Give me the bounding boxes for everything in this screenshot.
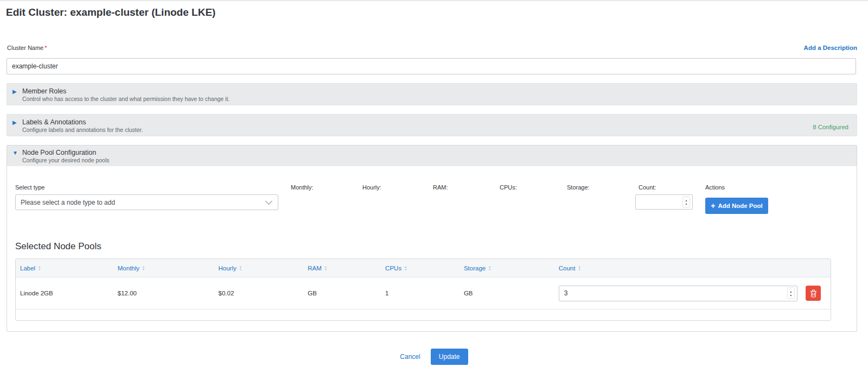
selected-node-pools-heading: Selected Node Pools — [15, 241, 857, 252]
stepper-up-icon[interactable]: ▴ — [790, 289, 792, 293]
column-header-text: Storage — [464, 265, 486, 271]
required-asterisk: * — [44, 45, 47, 51]
stepper-up-icon[interactable]: ▴ — [685, 198, 687, 202]
plus-icon: + — [711, 202, 715, 210]
cell-hourly: $0.02 — [219, 290, 308, 296]
stepper-down-icon[interactable]: ▾ — [790, 293, 792, 297]
cell-monthly: $12.00 — [118, 290, 219, 296]
hourly-label: Hourly: — [362, 184, 381, 191]
labels-annotations-subtitle: Configure labels and annotations for the… — [22, 127, 143, 134]
column-header-cpus[interactable]: CPUs ▲▼ — [385, 265, 464, 271]
node-type-select-value: Please select a node type to add — [21, 199, 115, 206]
add-node-pool-button-label: Add Node Pool — [718, 203, 762, 209]
cell-label: Linode 2GB — [16, 290, 118, 296]
cluster-name-field-header: Cluster Name* Add a Description — [7, 42, 857, 51]
column-header-hourly[interactable]: Hourly ▲▼ — [219, 265, 308, 271]
ram-stat: RAM: — [433, 184, 448, 191]
expand-triangle-right-icon: ▶ — [12, 87, 22, 96]
ram-label: RAM: — [433, 184, 448, 191]
count-input-wrapper: ▴ ▾ — [635, 194, 693, 210]
actions-group: Actions + Add Node Pool — [705, 184, 768, 214]
column-header-text: Label — [20, 265, 35, 271]
table-row: Linode 2GB $12.00 $0.02 GB 1 GB ▴ ▾ — [16, 277, 831, 309]
monthly-stat: Monthly: — [291, 184, 314, 191]
cell-storage: GB — [464, 290, 559, 296]
cell-ram: GB — [308, 290, 385, 296]
chevron-down-icon — [265, 198, 272, 205]
labels-annotations-section-header[interactable]: ▶ Labels & Annotations Configure labels … — [7, 114, 857, 136]
row-count-input-wrapper: ▴ ▾ — [559, 286, 797, 301]
member-roles-text: Member Roles Control who has access to t… — [22, 87, 229, 103]
select-type-label: Select type — [15, 184, 278, 191]
cancel-button[interactable]: Cancel — [400, 353, 420, 361]
count-stepper[interactable]: ▴ ▾ — [682, 197, 690, 208]
expand-triangle-right-icon: ▶ — [12, 118, 22, 127]
sort-icon: ▲▼ — [38, 266, 41, 270]
node-type-select[interactable]: Please select a node type to add — [15, 194, 278, 210]
add-node-pool-button[interactable]: + Add Node Pool — [705, 198, 768, 214]
column-header-text: Monthly — [118, 265, 139, 271]
column-header-text: Hourly — [219, 265, 237, 271]
row-count-input[interactable] — [559, 289, 797, 297]
labels-annotations-title: Labels & Annotations — [22, 118, 143, 127]
sort-icon: ▲▼ — [142, 266, 145, 270]
table-footer-spacer — [16, 309, 831, 320]
cpus-stat: CPUs: — [500, 184, 517, 191]
column-header-text: CPUs — [385, 265, 401, 271]
cpus-label: CPUs: — [500, 184, 517, 191]
node-pool-configuration-section: ▼ Node Pool Configuration Configure your… — [7, 145, 857, 332]
configured-count-badge: 8 Configured — [813, 124, 848, 130]
node-pool-configuration-content: Select type Please select a node type to… — [7, 184, 857, 321]
node-pool-configuration-title: Node Pool Configuration — [22, 148, 110, 157]
column-header-text: Count — [559, 265, 576, 271]
column-header-monthly[interactable]: Monthly ▲▼ — [118, 265, 219, 271]
cluster-name-label-text: Cluster Name — [7, 45, 43, 51]
page-title: Edit Cluster: example-cluster (Linode LK… — [0, 1, 868, 18]
node-pool-configuration-header[interactable]: ▼ Node Pool Configuration Configure your… — [7, 146, 857, 166]
column-header-text: RAM — [308, 265, 322, 271]
form-footer: Cancel Update — [0, 349, 868, 365]
delete-node-pool-button[interactable] — [806, 286, 821, 301]
column-header-storage[interactable]: Storage ▲▼ — [464, 265, 559, 271]
column-header-count[interactable]: Count ▲▼ — [559, 265, 801, 271]
sort-icon: ▲▼ — [404, 266, 407, 270]
cell-cpus: 1 — [385, 290, 464, 296]
count-label: Count: — [639, 184, 700, 191]
count-group: Count: ▴ ▾ — [635, 184, 700, 210]
trash-icon — [810, 289, 817, 298]
stepper-down-icon[interactable]: ▾ — [685, 202, 687, 206]
cluster-name-input[interactable] — [7, 58, 856, 74]
selected-node-pools-table: Label ▲▼ Monthly ▲▼ Hourly ▲▼ RAM ▲▼ CPU… — [15, 258, 831, 321]
member-roles-section-header[interactable]: ▶ Member Roles Control who has access to… — [7, 83, 857, 105]
table-header-row: Label ▲▼ Monthly ▲▼ Hourly ▲▼ RAM ▲▼ CPU… — [16, 259, 831, 277]
hourly-stat: Hourly: — [362, 184, 381, 191]
labels-annotations-text: Labels & Annotations Configure labels an… — [22, 118, 143, 134]
cluster-name-label: Cluster Name* — [7, 45, 47, 51]
cell-actions — [801, 286, 831, 301]
column-header-ram[interactable]: RAM ▲▼ — [308, 265, 385, 271]
sort-icon: ▲▼ — [239, 266, 242, 270]
storage-stat: Storage: — [567, 184, 590, 191]
update-button[interactable]: Update — [431, 349, 468, 365]
column-header-label[interactable]: Label ▲▼ — [16, 265, 118, 271]
row-count-stepper[interactable]: ▴ ▾ — [787, 288, 795, 299]
storage-label: Storage: — [567, 184, 590, 191]
cell-count: ▴ ▾ — [559, 286, 801, 301]
member-roles-subtitle: Control who has access to the cluster an… — [22, 96, 229, 103]
node-pool-configuration-text: Node Pool Configuration Configure your d… — [22, 148, 110, 164]
member-roles-title: Member Roles — [22, 87, 229, 96]
add-node-pool-form: Select type Please select a node type to… — [7, 184, 857, 238]
sort-icon: ▲▼ — [578, 266, 580, 270]
collapse-triangle-down-icon: ▼ — [12, 149, 22, 157]
node-type-group: Select type Please select a node type to… — [15, 184, 278, 210]
add-description-link[interactable]: Add a Description — [804, 45, 857, 51]
sort-icon: ▲▼ — [324, 266, 327, 270]
monthly-label: Monthly: — [291, 184, 314, 191]
sort-icon: ▲▼ — [488, 266, 491, 270]
actions-label: Actions — [705, 184, 768, 191]
node-pool-configuration-subtitle: Configure your desired node pools — [22, 157, 110, 164]
